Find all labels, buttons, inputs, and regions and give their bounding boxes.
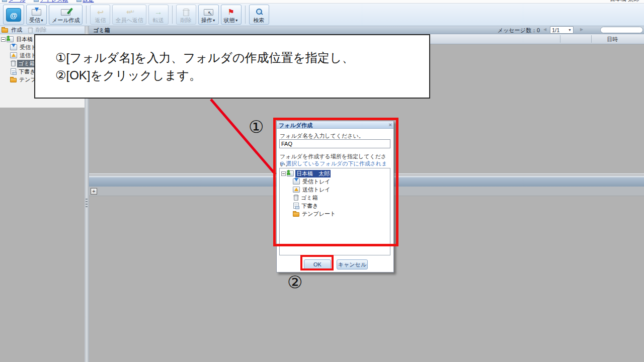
forward-icon: →	[154, 8, 163, 17]
trash-icon	[183, 8, 189, 17]
dialog-tree-item-sent[interactable]: 送信トレイ	[280, 186, 390, 194]
status-button[interactable]: ⚑ 状態▼	[221, 5, 242, 25]
user-account-icon	[287, 170, 294, 176]
dialog-title-bar[interactable]: フォルダ作成 ×	[277, 121, 393, 129]
addressbook-icon	[34, 0, 39, 2]
chevron-down-icon: ▼	[568, 28, 572, 32]
top-menu-bar: メール アドレス帳 設定 日本橋 太郎	[0, 0, 644, 4]
folder-create-button[interactable]: 作成	[2, 26, 22, 34]
callout-line1: ①[フォルダ名]を入力、フォルダの作成位置を指定し、	[55, 49, 424, 66]
folder-delete-button[interactable]: 削除	[27, 26, 47, 34]
step1-badge: ①	[249, 117, 264, 137]
menu-link-label: アドレス帳	[40, 0, 68, 4]
reply-icon: ↩	[97, 8, 104, 17]
quick-search-input[interactable]	[600, 27, 643, 33]
cancel-button[interactable]: キャンセル	[337, 259, 368, 269]
flag-icon: ⚑	[227, 8, 234, 17]
dialog-tree-item-trash[interactable]: ゴミ箱	[280, 194, 390, 202]
mail-at-icon: @	[6, 8, 21, 22]
menu-link-settings[interactable]: 設定	[76, 0, 94, 4]
toolbar-separator	[245, 6, 246, 24]
inbox-icon	[293, 178, 300, 185]
step2-badge: ②	[287, 272, 302, 292]
column-divider	[560, 35, 560, 43]
page-value: 1/1	[552, 27, 559, 33]
collapse-icon[interactable]	[281, 171, 286, 176]
forward-button[interactable]: → 転送	[148, 5, 169, 25]
folder-name-input[interactable]	[279, 139, 390, 148]
collapse-icon[interactable]	[1, 37, 6, 42]
chevron-down-icon: ▼	[40, 19, 44, 22]
gear-icon	[76, 0, 82, 2]
sent-icon	[10, 52, 17, 58]
chevron-down-icon: ▼	[235, 19, 238, 22]
sent-icon	[293, 187, 300, 193]
list-header-bar: ゴミ箱 メッセージ数：0 ◀ 1/1 ▼ ▶	[89, 26, 644, 34]
draft-icon	[293, 203, 299, 209]
dialog-tree-item-account[interactable]: 日本橋 太郎	[280, 169, 390, 177]
splitter-handle[interactable]	[86, 199, 88, 208]
callout-line2: ②[OK]をクリックします。	[55, 66, 424, 84]
toolbar-separator	[172, 6, 173, 24]
current-folder-title: ゴミ箱	[93, 27, 110, 34]
dialog-tree-item-inbox[interactable]: 受信トレイ	[280, 177, 390, 186]
menu-link-label: 設定	[83, 0, 94, 4]
template-folder-icon	[10, 78, 17, 82]
ok-button[interactable]: OK	[304, 259, 331, 269]
message-count: メッセージ数：0	[498, 27, 540, 34]
toolbar-separator	[86, 6, 87, 24]
create-folder-dialog: フォルダ作成 × フォルダ名を入力してください。 フォルダを作成する場所を指定し…	[276, 121, 394, 273]
chevron-down-icon: ▼	[212, 19, 216, 22]
trash-icon	[11, 60, 16, 66]
search-button[interactable]: 検索	[249, 5, 269, 25]
folder-actions-bar: 作成 削除	[0, 26, 85, 34]
instruction-callout: ①[フォルダ名]を入力、フォルダの作成位置を指定し、 ②[OK]をクリックします…	[34, 34, 430, 99]
expand-button[interactable]: +	[91, 188, 97, 195]
page-select[interactable]: 1/1 ▼	[550, 26, 574, 34]
user-name: 日本橋 太郎	[610, 0, 639, 3]
new-folder-icon	[2, 28, 8, 33]
menu-link-mail[interactable]: メール	[2, 0, 26, 4]
close-icon[interactable]: ×	[389, 122, 392, 128]
column-divider	[591, 35, 592, 43]
receive-button[interactable]: 受信▼	[26, 5, 47, 25]
menu-link-label: メール	[9, 0, 26, 4]
reply-all-icon: ↩	[126, 8, 133, 17]
mail-icon	[2, 0, 7, 2]
operations-button[interactable]: ↖ 操作▼	[198, 5, 219, 25]
operations-icon: ↖	[204, 8, 213, 17]
reply-button[interactable]: ↩ 返信	[90, 5, 110, 25]
draft-icon	[11, 68, 16, 74]
dialog-folder-tree: 日本橋 太郎 受信トレイ 送信トレイ ゴミ箱 下書き テンプレート	[279, 168, 390, 255]
menu-link-addressbook[interactable]: アドレス帳	[34, 0, 68, 4]
dialog-tree-item-drafts[interactable]: 下書き	[280, 202, 390, 210]
search-icon	[256, 8, 263, 17]
column-header-date[interactable]: 日時	[595, 36, 630, 43]
folder-name-prompt: フォルダ名を入力してください。	[280, 132, 364, 140]
next-page-button[interactable]: ▶	[578, 27, 585, 32]
user-account-icon	[7, 36, 14, 42]
inbox-icon	[10, 44, 17, 50]
dialog-title: フォルダ作成	[279, 122, 312, 128]
dialog-tree-item-templates[interactable]: テンプレート	[280, 210, 390, 218]
trash-icon	[28, 27, 33, 33]
template-folder-icon	[293, 212, 299, 217]
compose-icon	[61, 8, 70, 17]
trash-icon	[294, 195, 298, 201]
prev-page-button[interactable]: ◀	[541, 27, 548, 32]
mail-toolbar: @ 受信▼ メール作成 ↩ 返信 ↩ 全員へ返信 → 転送 削除 ↖ 操作▼ ⚑…	[0, 4, 644, 26]
mail-home-button[interactable]: @	[3, 5, 24, 25]
reply-all-button[interactable]: ↩ 全員へ返信	[112, 5, 146, 25]
delete-button[interactable]: 削除	[176, 5, 196, 25]
compose-button[interactable]: メール作成	[49, 5, 83, 25]
receive-icon	[32, 8, 41, 17]
